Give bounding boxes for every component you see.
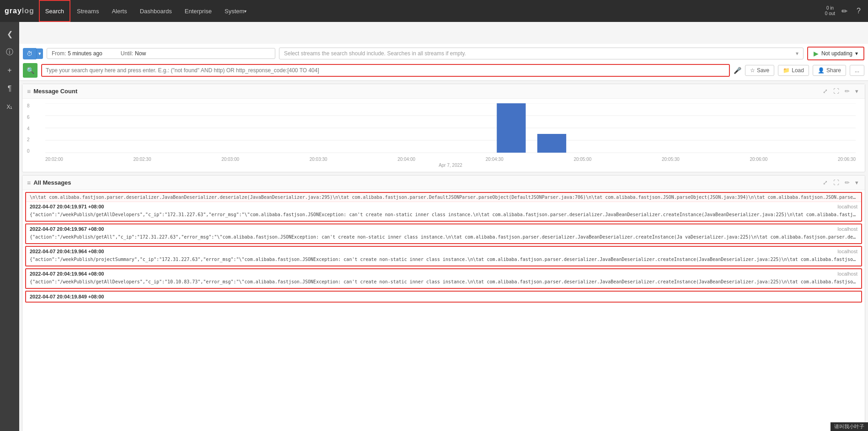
message-body-2: {"action":"/weekPublish/projectSummary",… xyxy=(26,255,861,266)
message-entry-0[interactable]: \n\tat com.alibaba.fastjson.parser.deser… xyxy=(25,192,862,222)
x-label-5: 20:04:30 xyxy=(486,157,504,162)
query-input[interactable] xyxy=(41,64,730,77)
x-label-7: 20:05:30 xyxy=(662,157,680,162)
chart-svg xyxy=(45,103,856,154)
share-icon: 👤 xyxy=(818,67,825,74)
y-label-8: 8 xyxy=(27,103,30,108)
message-entry-2[interactable]: 2022-04-07 20:04:19.964 +08:00 localhost… xyxy=(25,246,862,266)
from-value: 5 minutes ago xyxy=(68,50,102,57)
play-icon: ▶ xyxy=(814,50,819,57)
load-btn[interactable]: 📁 Load xyxy=(778,65,809,76)
x-label-3: 20:03:30 xyxy=(310,157,327,162)
search-go-btn[interactable]: 🔍 xyxy=(23,63,38,78)
save-btn[interactable]: ☆ Save xyxy=(745,65,774,76)
help-icon[interactable]: ? xyxy=(854,5,863,17)
drag-handle-icon[interactable]: ≡ xyxy=(27,88,31,95)
nav-system[interactable]: System xyxy=(218,0,253,22)
search-row-2: 🔍 🎤 ☆ Save 📁 Load 👤 Share ... xyxy=(23,63,864,78)
nav-dashboards[interactable]: Dashboards xyxy=(134,0,178,22)
message-body-3: {"action":"/weekPublish/getAllDevelopers… xyxy=(26,277,861,288)
chart-x-labels: 20:02:00 20:02:30 20:03:00 20:03:30 20:0… xyxy=(45,157,856,162)
main-content: ⏱ ▾ From: 5 minutes ago Until: Now Selec… xyxy=(19,44,868,431)
stream-select[interactable]: Select streams the search should include… xyxy=(279,48,804,59)
time-range-dropdown[interactable]: ▾ xyxy=(36,48,43,59)
time-range-display[interactable]: From: 5 minutes ago Until: Now xyxy=(47,48,275,59)
messages-widget-actions: ⤢ ⛶ ✏ ▾ xyxy=(821,178,860,187)
from-label: From: xyxy=(52,50,66,57)
message-entry-4[interactable]: 2022-04-07 20:04:19.849 +08:00 xyxy=(25,291,862,303)
message-host-0: localhost xyxy=(838,204,857,209)
message-timestamp-3: 2022-04-07 20:04:19.964 +08:00 xyxy=(30,271,104,277)
y-label-6: 6 xyxy=(27,115,30,120)
stream-dropdown-icon: ▾ xyxy=(796,50,798,57)
y-label-2: 2 xyxy=(27,137,30,142)
search-row-1: ⏱ ▾ From: 5 minutes ago Until: Now Selec… xyxy=(23,47,864,60)
more-btn[interactable]: ... xyxy=(850,65,864,76)
widget-more-btn[interactable]: ▾ xyxy=(853,87,860,96)
widget-expand-btn[interactable]: ⤢ xyxy=(821,87,830,96)
left-sidebar: ❮ ⓘ + ¶ X₁ xyxy=(0,22,19,431)
messages-edit-btn[interactable]: ✏ xyxy=(843,178,852,187)
messages-body[interactable]: \n\tat com.alibaba.fastjson.parser.deser… xyxy=(22,190,865,431)
mic-icon[interactable]: 🎤 xyxy=(734,67,741,74)
bottom-bar-text: 请叫我小叶子 xyxy=(834,424,864,429)
message-timestamp-2: 2022-04-07 20:04:19.964 +08:00 xyxy=(30,249,104,254)
folder-icon: 📁 xyxy=(783,67,790,74)
nav-streams[interactable]: Streams xyxy=(70,0,105,22)
x-label-4: 20:04:00 xyxy=(397,157,415,162)
nav-right: 0 in 0 out ✏ ? xyxy=(825,5,863,17)
share-label: Share xyxy=(826,67,841,74)
message-header-0: 2022-04-07 20:04:19.971 +08:00 localhost xyxy=(26,202,861,210)
x-label-2: 20:03:00 xyxy=(221,157,239,162)
bar-1 xyxy=(497,103,525,153)
stream-placeholder: Select streams the search should include… xyxy=(284,50,466,57)
messages-fullscreen-btn[interactable]: ⛶ xyxy=(831,178,841,187)
info-sidebar-btn[interactable]: ⓘ xyxy=(1,44,18,60)
nav-alerts[interactable]: Alerts xyxy=(105,0,133,22)
messages-expand-btn[interactable]: ⤢ xyxy=(821,178,830,187)
message-timestamp-1: 2022-04-07 20:04:19.967 +08:00 xyxy=(30,226,104,232)
search-bar-area: ⏱ ▾ From: 5 minutes ago Until: Now Selec… xyxy=(19,44,868,81)
run-btn[interactable]: ▶ Not updating ▾ xyxy=(807,47,864,60)
add-sidebar-btn[interactable]: + xyxy=(1,62,18,79)
share-btn[interactable]: 👤 Share xyxy=(813,65,846,76)
message-header-3: 2022-04-07 20:04:19.964 +08:00 localhost xyxy=(26,269,861,277)
collapse-sidebar-btn[interactable]: ❮ xyxy=(1,26,18,42)
messages-more-btn[interactable]: ▾ xyxy=(853,178,860,187)
run-label: Not updating xyxy=(821,50,852,57)
bar-2 xyxy=(537,134,566,153)
widget-edit-btn[interactable]: ✏ xyxy=(843,87,852,96)
message-entry-3[interactable]: 2022-04-07 20:04:19.964 +08:00 localhost… xyxy=(25,268,862,289)
x-label-0: 20:02:00 xyxy=(45,157,63,162)
time-range-btn[interactable]: ⏱ xyxy=(23,48,36,59)
save-label: Save xyxy=(757,67,769,74)
widget-actions: ⤢ ⛶ ✏ ▾ xyxy=(821,87,860,96)
nav-search[interactable]: Search xyxy=(39,0,70,22)
message-timestamp-0: 2022-04-07 20:04:19.971 +08:00 xyxy=(30,204,104,209)
chart-y-labels: 0 2 4 6 8 xyxy=(27,103,30,154)
message-count-header: ≡ Message Count ⤢ ⛶ ✏ ▾ xyxy=(22,84,865,99)
y-label-4: 4 xyxy=(27,126,30,131)
message-timestamp-4: 2022-04-07 20:04:19.849 +08:00 xyxy=(30,294,104,299)
star-icon: ☆ xyxy=(750,67,755,74)
x-label-1: 20:02:30 xyxy=(134,157,151,162)
message-host-3: localhost xyxy=(838,271,857,277)
aggregate-sidebar-btn[interactable]: X₁ xyxy=(1,99,18,115)
messages-header: ≡ All Messages ⤢ ⛶ ✏ ▾ xyxy=(22,176,865,190)
top-nav: graylog Search Streams Alerts Dashboards… xyxy=(0,0,868,22)
all-messages-section: ≡ All Messages ⤢ ⛶ ✏ ▾ \n\tat com.alibab… xyxy=(22,175,865,431)
logo: graylog xyxy=(5,7,34,15)
chart-container: 0 2 4 6 8 20:02:00 20:02:30 20:03:0 xyxy=(22,99,865,172)
message-header-2: 2022-04-07 20:04:19.964 +08:00 localhost xyxy=(26,247,861,255)
until-value: Now xyxy=(135,50,146,57)
nav-enterprise[interactable]: Enterprise xyxy=(178,0,218,22)
messages-drag-handle[interactable]: ≡ xyxy=(27,179,31,186)
message-host-1: localhost xyxy=(838,226,857,232)
format-sidebar-btn[interactable]: ¶ xyxy=(1,80,18,97)
messages-title: All Messages xyxy=(33,179,821,186)
load-label: Load xyxy=(792,67,804,74)
message-count-widget: ≡ Message Count ⤢ ⛶ ✏ ▾ 0 2 4 6 8 xyxy=(22,84,865,172)
widget-fullscreen-btn[interactable]: ⛶ xyxy=(831,87,841,96)
edit-icon[interactable]: ✏ xyxy=(839,5,850,17)
message-entry-1[interactable]: 2022-04-07 20:04:19.967 +08:00 localhost… xyxy=(25,223,862,244)
